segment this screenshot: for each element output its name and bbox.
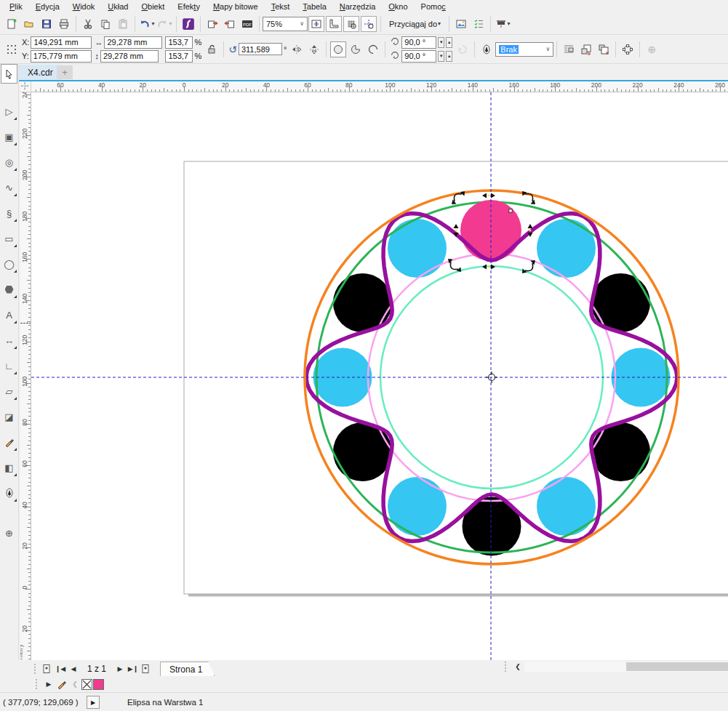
fullscreen-preview-toggle[interactable] bbox=[308, 16, 324, 32]
object-width-input[interactable] bbox=[104, 36, 162, 49]
document-tab[interactable]: X4.cdr bbox=[19, 65, 62, 80]
end-angle-input[interactable] bbox=[401, 50, 436, 63]
next-page-button[interactable]: ▶ bbox=[113, 662, 127, 675]
show-rulers-toggle[interactable] bbox=[326, 16, 342, 32]
undo-button[interactable]: ▾ bbox=[139, 16, 155, 32]
show-guidelines-toggle[interactable] bbox=[361, 16, 377, 32]
pick-tool[interactable] bbox=[1, 64, 17, 84]
drawing-canvas[interactable] bbox=[31, 92, 728, 660]
first-page-button[interactable]: ❙◀ bbox=[54, 662, 67, 675]
ellipse-node[interactable] bbox=[509, 209, 512, 212]
menu-narzędzia[interactable]: Narzędzia bbox=[333, 1, 383, 12]
open-button[interactable] bbox=[21, 16, 37, 32]
ellipse-mode-button[interactable] bbox=[330, 41, 346, 57]
zoom-level-combo[interactable]: 75%∨ bbox=[263, 17, 308, 31]
spin-down-button[interactable]: ▼ bbox=[438, 51, 444, 62]
export-button[interactable] bbox=[222, 16, 238, 32]
previous-page-button[interactable]: ◀ bbox=[67, 662, 80, 675]
spin-down-button[interactable]: ▼ bbox=[438, 37, 444, 48]
options-button[interactable] bbox=[471, 16, 487, 32]
cyan-ball-120[interactable] bbox=[388, 219, 447, 278]
object-height-input[interactable] bbox=[100, 50, 159, 63]
publish-pdf-button[interactable]: PDF bbox=[239, 16, 255, 32]
print-button[interactable] bbox=[56, 16, 72, 32]
new-tab-button[interactable]: + bbox=[57, 65, 73, 79]
palette-scroll-left-button[interactable]: ❮ bbox=[68, 678, 81, 691]
menu-plik[interactable]: Plik bbox=[3, 1, 29, 12]
menu-mapy-bitowe[interactable]: Mapy bitowe bbox=[207, 1, 265, 12]
menu-pomoc[interactable]: Pomoc bbox=[415, 1, 452, 12]
import-button[interactable] bbox=[204, 16, 220, 32]
color-eyedropper-tool[interactable] bbox=[1, 433, 17, 451]
outline-pen-icon[interactable] bbox=[479, 41, 495, 57]
add-page-button-left[interactable] bbox=[41, 662, 54, 675]
vertical-ruler[interactable]: 24022020018016014012010080604020020 bbox=[20, 92, 31, 660]
palette-flyout-button[interactable]: ▶ bbox=[42, 678, 55, 691]
lock-ratio-toggle[interactable] bbox=[204, 41, 220, 57]
connector-tool[interactable]: ∟ bbox=[1, 356, 17, 375]
toolbar-drag-handle[interactable] bbox=[34, 664, 38, 674]
welcome-screen-button[interactable] bbox=[453, 16, 469, 32]
scale-h-input[interactable] bbox=[165, 36, 193, 49]
palette-drag-handle[interactable] bbox=[36, 679, 39, 689]
arc-mode-button[interactable] bbox=[365, 41, 381, 57]
cut-button[interactable] bbox=[80, 16, 96, 32]
menu-efekty[interactable]: Efekty bbox=[171, 1, 207, 12]
polygon-tool[interactable] bbox=[1, 280, 17, 299]
menu-obiekt[interactable]: Obiekt bbox=[135, 1, 171, 12]
search-content-button[interactable] bbox=[180, 16, 196, 32]
copy-button[interactable] bbox=[97, 16, 113, 32]
new-document-button[interactable] bbox=[4, 16, 20, 32]
spin-up-button[interactable]: ▲ bbox=[446, 37, 452, 48]
customize-add-button[interactable]: ⊕ bbox=[644, 41, 660, 57]
save-button[interactable] bbox=[39, 16, 55, 32]
outline-pen-tool[interactable] bbox=[1, 483, 17, 502]
ellipse-tool[interactable]: ◯ bbox=[1, 254, 17, 273]
cyan-ball-240[interactable] bbox=[388, 477, 447, 536]
mirror-horizontal-button[interactable] bbox=[289, 41, 305, 57]
text-tool[interactable]: A bbox=[1, 305, 17, 324]
crop-tool[interactable]: ▣ bbox=[1, 127, 17, 146]
menu-widok[interactable]: Widok bbox=[66, 1, 102, 12]
transparency-tool[interactable]: ◪ bbox=[1, 407, 17, 426]
parallel-dimension-tool[interactable]: ↔ bbox=[1, 331, 17, 350]
spin-up-button[interactable]: ▲ bbox=[446, 51, 452, 62]
rotation-angle-input[interactable] bbox=[239, 43, 282, 55]
ruler-origin-button[interactable] bbox=[20, 81, 31, 92]
snap-to-dropdown[interactable]: Przyciągaj do▾ bbox=[385, 16, 445, 32]
start-angle-input[interactable] bbox=[401, 36, 436, 49]
interactive-fill-tool[interactable]: ◧ bbox=[1, 458, 17, 477]
application-launcher-button[interactable]: ▾ bbox=[495, 16, 511, 32]
scroll-left-button[interactable]: ❮ bbox=[511, 660, 524, 673]
scale-v-input[interactable] bbox=[165, 50, 193, 63]
object-details-flyout-button[interactable]: ▶ bbox=[87, 696, 100, 709]
scrollbar-thumb[interactable] bbox=[626, 662, 728, 671]
cyan-ball-60[interactable] bbox=[537, 219, 596, 278]
last-page-button[interactable]: ▶❙ bbox=[127, 662, 140, 675]
drop-shadow-tool[interactable]: ▱ bbox=[1, 382, 17, 401]
menu-tekst[interactable]: Tekst bbox=[265, 1, 297, 12]
change-direction-button[interactable] bbox=[455, 41, 471, 57]
cyan-ball-300[interactable] bbox=[537, 477, 596, 536]
artistic-media-tool[interactable]: § bbox=[1, 204, 17, 222]
shape-tool[interactable]: ▷ bbox=[1, 102, 17, 121]
rectangle-tool[interactable]: ▭ bbox=[1, 229, 17, 248]
redo-button[interactable]: ▾ bbox=[156, 16, 172, 32]
paste-button[interactable] bbox=[115, 16, 131, 32]
magenta-swatch[interactable] bbox=[93, 679, 104, 690]
object-x-input[interactable] bbox=[31, 36, 92, 49]
add-tool-button[interactable]: ⊕ bbox=[1, 523, 17, 542]
pie-mode-button[interactable] bbox=[348, 41, 364, 57]
object-y-input[interactable] bbox=[31, 50, 92, 63]
freehand-tool[interactable]: ∿ bbox=[1, 178, 17, 197]
show-grid-toggle[interactable] bbox=[343, 16, 359, 32]
horizontal-ruler[interactable]: 6040200204060801001201401601802002202402… bbox=[31, 81, 728, 92]
convert-to-curves-button[interactable] bbox=[620, 41, 636, 57]
scrollbar-splitter[interactable] bbox=[505, 662, 508, 672]
palette-eyedropper-button[interactable] bbox=[55, 678, 68, 691]
menu-edycja[interactable]: Edycja bbox=[29, 1, 66, 12]
scrollbar-track[interactable] bbox=[524, 662, 728, 672]
zoom-tool[interactable]: ◎ bbox=[1, 153, 17, 172]
mirror-vertical-button[interactable] bbox=[306, 41, 322, 57]
menu-tabela[interactable]: Tabela bbox=[296, 1, 332, 12]
